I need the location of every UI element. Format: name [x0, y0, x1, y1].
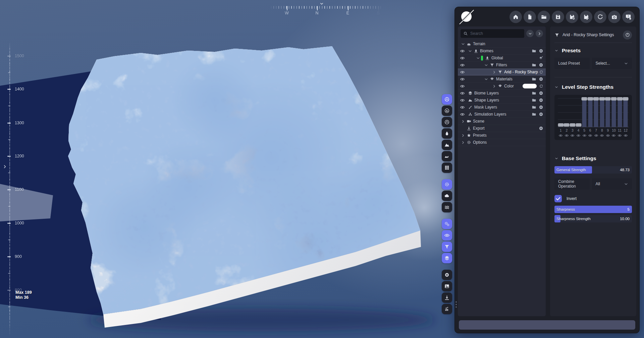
collapse-all-button[interactable]: [526, 30, 534, 37]
visibility-eye-icon[interactable]: [458, 70, 467, 75]
step-eye-button[interactable]: [581, 133, 587, 138]
level-step-slider-1[interactable]: [558, 98, 564, 127]
step-eye-button[interactable]: [593, 133, 599, 138]
chevron-right-icon[interactable]: [491, 70, 497, 74]
tree-row-color[interactable]: Color: [458, 83, 546, 90]
level-step-slider-2[interactable]: [564, 98, 570, 127]
record-button[interactable]: [442, 270, 452, 280]
export-download-button[interactable]: [442, 292, 452, 303]
presets-section-header[interactable]: Presets: [554, 48, 632, 54]
refresh-button[interactable]: [539, 84, 543, 88]
chevron-right-icon[interactable]: [491, 84, 497, 88]
terrain-view-button[interactable]: [442, 106, 452, 116]
step-eye-button[interactable]: [558, 133, 564, 138]
step-eye-button[interactable]: [570, 133, 576, 138]
tree-row-biomes[interactable]: Biomes: [458, 48, 546, 55]
tree-row-biome-layers[interactable]: Biome Layers: [458, 90, 546, 97]
visibility-eye-icon[interactable]: [458, 105, 467, 110]
step-eye-button[interactable]: [617, 133, 623, 138]
step-slider-handle[interactable]: [599, 97, 605, 100]
level-step-slider-7[interactable]: [593, 98, 599, 127]
save-button[interactable]: [552, 11, 564, 23]
color-swatch[interactable]: [523, 84, 537, 88]
invert-checkbox[interactable]: [554, 195, 562, 202]
tree-row-materials[interactable]: Materials: [458, 76, 546, 83]
chevron-down-icon[interactable]: [467, 49, 473, 53]
new-project-button[interactable]: [524, 11, 536, 23]
step-eye-button[interactable]: [611, 133, 617, 138]
step-eye-button[interactable]: [587, 133, 593, 138]
visibility-eye-icon[interactable]: [458, 98, 467, 103]
base-settings-section-header[interactable]: Base Settings: [554, 155, 632, 161]
folder-button[interactable]: [532, 63, 536, 67]
general-strength-slider[interactable]: General Strength 48.73: [554, 166, 632, 174]
folder-button[interactable]: [532, 77, 536, 81]
folder-button[interactable]: [532, 112, 536, 117]
sharpness-slider[interactable]: Sharpness 5: [554, 206, 632, 213]
statistics-button[interactable]: [442, 304, 452, 314]
step-slider-handle[interactable]: [564, 123, 570, 127]
help-button[interactable]: ?: [622, 11, 635, 23]
chevron-down-icon[interactable]: [460, 42, 466, 46]
search-input[interactable]: Search: [461, 29, 524, 38]
expand-all-button[interactable]: [536, 30, 543, 37]
tree-row-export[interactable]: Export: [458, 125, 546, 132]
level-step-slider-3[interactable]: [570, 98, 576, 127]
tree-row-shape-layers[interactable]: Shape Layers: [458, 97, 546, 104]
step-eye-button[interactable]: [599, 133, 605, 138]
folder-button[interactable]: [532, 49, 536, 53]
filters-toggle-button[interactable]: [442, 242, 452, 252]
level-steps-section-header[interactable]: Level Step Strengths: [554, 84, 632, 90]
step-slider-handle[interactable]: [623, 97, 629, 100]
tree-row-arid-rocky-sharp[interactable]: Arid - Rocky Sharp: [458, 69, 546, 76]
tree-row-global[interactable]: Global: [458, 55, 546, 62]
tree-row-presets[interactable]: Presets: [458, 132, 546, 139]
scene-objects-button[interactable]: [442, 151, 452, 161]
step-slider-handle[interactable]: [570, 123, 575, 127]
step-eye-button[interactable]: [605, 133, 611, 138]
add-layer-button[interactable]: [539, 56, 543, 60]
step-eye-button[interactable]: [564, 133, 570, 138]
layers-toggle-button[interactable]: [442, 253, 452, 263]
visibility-eye-icon[interactable]: [458, 63, 467, 68]
save-edit-button[interactable]: [580, 11, 592, 23]
step-slider-handle[interactable]: [605, 97, 611, 100]
auto-process-button[interactable]: [442, 219, 452, 229]
world-settings-button[interactable]: [442, 179, 452, 190]
level-step-slider-11[interactable]: [617, 98, 623, 127]
step-slider-handle[interactable]: [587, 97, 593, 100]
left-panel-expander-icon[interactable]: [2, 164, 7, 169]
chevron-right-icon[interactable]: [460, 140, 466, 145]
chevron-right-icon[interactable]: [460, 133, 466, 138]
level-step-slider-10[interactable]: [611, 98, 617, 127]
chevron-down-icon[interactable]: [483, 77, 489, 81]
add-button[interactable]: [539, 91, 543, 95]
step-slider-handle[interactable]: [582, 97, 587, 100]
refresh-button[interactable]: [539, 70, 543, 74]
step-slider-handle[interactable]: [611, 97, 616, 100]
level-step-slider-8[interactable]: [599, 98, 605, 127]
visibility-eye-icon[interactable]: [458, 112, 467, 117]
step-eye-button[interactable]: [576, 133, 582, 138]
level-step-slider-12[interactable]: [623, 98, 629, 127]
clouds-overlay-button[interactable]: [442, 191, 452, 201]
compass-strip[interactable]: WNES: [268, 1, 382, 17]
render-view-button[interactable]: [442, 94, 452, 105]
grid-display-button[interactable]: [442, 162, 452, 173]
visibility-eye-icon[interactable]: [458, 77, 467, 82]
level-step-slider-5[interactable]: [581, 98, 587, 127]
water-drop-button[interactable]: [442, 128, 452, 139]
peak-view-button[interactable]: [442, 117, 452, 127]
sharpness-strength-slider[interactable]: Sharpness Strength 10.00: [554, 215, 632, 222]
tree-row-filters[interactable]: Filters: [458, 62, 546, 69]
folder-button[interactable]: [532, 91, 536, 95]
add-button[interactable]: [539, 126, 543, 131]
step-slider-handle[interactable]: [617, 97, 623, 100]
water-overlay-button[interactable]: [442, 202, 452, 212]
reload-button[interactable]: [594, 11, 606, 23]
tree-row-mask-layers[interactable]: Mask Layers: [458, 104, 546, 111]
step-slider-handle[interactable]: [593, 97, 599, 100]
chevron-right-icon[interactable]: [460, 119, 466, 124]
visibility-eye-icon[interactable]: [458, 91, 467, 96]
visibility-toggle-button[interactable]: [442, 230, 452, 241]
